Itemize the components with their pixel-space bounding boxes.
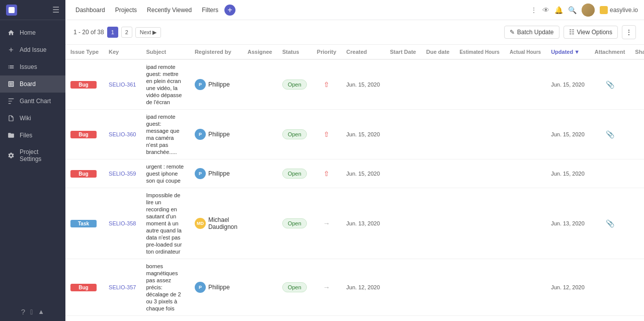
cell-updated: Jun. 15, 2020 (546, 110, 590, 159)
cell-due-date (421, 110, 454, 159)
cell-est-hours (454, 188, 504, 259)
view-options-button[interactable]: ☷ View Options (564, 26, 618, 39)
cell-type: Bug (65, 259, 104, 316)
table-row[interactable]: Bug SELIO-361 ipad remote guest: mettre … (65, 59, 644, 110)
cell-key[interactable]: SELIO-360 (104, 110, 141, 159)
cell-registered-by: P Philippe (190, 110, 243, 159)
topbar-nav-projects[interactable]: Projects (111, 5, 141, 16)
cell-type: Bug (65, 110, 104, 159)
issues-icon (7, 63, 15, 71)
batch-update-button[interactable]: ✎ Batch Update (504, 26, 559, 39)
sidebar-item-board[interactable]: Board (0, 75, 65, 93)
cell-act-hours (505, 59, 546, 110)
cell-created: Jun. 12, 2020 (341, 316, 385, 322)
sidebar-header: ☰ (0, 0, 65, 20)
sidebar-item-issues[interactable]: Issues (0, 58, 65, 75)
cell-created: Jun. 15, 2020 (341, 110, 385, 159)
apple-icon[interactable]:  (30, 308, 33, 316)
page-btn-1[interactable]: 1 (107, 27, 118, 38)
topbar-nav: Dashboard Projects Recently Viewed Filte… (71, 5, 526, 16)
android-icon[interactable]: ▲ (38, 308, 44, 315)
cell-act-hours (505, 159, 546, 188)
cell-priority: → (312, 259, 342, 316)
type-badge: Bug (70, 131, 97, 138)
cell-key[interactable]: SELIO-361 (104, 59, 141, 110)
topbar-nav-dashboard[interactable]: Dashboard (71, 5, 109, 16)
cell-attachment: 📎 (590, 110, 630, 159)
cell-created: Jun. 13, 2020 (341, 188, 385, 259)
cell-type: Bug (65, 316, 104, 322)
cell-priority: ⇧ (312, 159, 342, 188)
cell-registered-by: P Philippe (190, 316, 243, 322)
cell-shared-file (630, 316, 644, 322)
sidebar-item-add-issue[interactable]: Add Issue (0, 41, 65, 58)
cell-attachment (590, 259, 630, 316)
table-row[interactable]: Task SELIO-358 Impossible de lire un rec… (65, 188, 644, 259)
col-act-hours: Actual Hours (505, 45, 546, 59)
topbar-right: ⋮ 👁 🔔 🔍 easylive.io (530, 4, 638, 17)
col-assignee: Assignee (243, 45, 277, 59)
cell-updated: Jun. 12, 2020 (546, 259, 590, 316)
cell-registered-by: P Philippe (190, 259, 243, 316)
registered-by-avatar: P (195, 79, 206, 90)
batch-update-icon: ✎ (510, 29, 515, 36)
table-row[interactable]: Bug SELIO-356 URGENT : quand on ouvre l'… (65, 316, 644, 322)
type-badge: Bug (70, 284, 97, 291)
sidebar-toggle-icon[interactable]: ☰ (52, 5, 59, 15)
page-btn-2[interactable]: 2 (121, 27, 132, 38)
sidebar-item-project-settings[interactable]: Project Settings (0, 144, 65, 167)
cell-updated: Jun. 15, 2020 (546, 59, 590, 110)
table-row[interactable]: Bug SELIO-359 urgent : remote guest ipho… (65, 159, 644, 188)
sidebar-item-files-label: Files (20, 132, 32, 139)
cell-key[interactable]: SELIO-359 (104, 159, 141, 188)
priority-high-icon: ⇧ (324, 130, 330, 138)
brand-icon (600, 6, 608, 14)
sidebar-item-home[interactable]: Home (0, 24, 65, 41)
topbar-eye-icon[interactable]: 👁 (542, 6, 549, 14)
pagination-range: 1 - 20 of 38 (73, 29, 104, 36)
user-avatar[interactable] (582, 4, 595, 17)
cell-updated: Jun. 13, 2020 (546, 188, 590, 259)
cell-act-hours (505, 110, 546, 159)
cell-shared-file (630, 59, 644, 110)
cell-start-date (385, 59, 421, 110)
status-badge: Open (282, 169, 307, 179)
home-icon (7, 29, 15, 37)
sidebar-item-gantt[interactable]: Gantt Chart (0, 93, 65, 110)
sidebar-item-project-settings-label: Project Settings (20, 148, 58, 163)
sidebar-footer: ?  ▲ (0, 302, 65, 321)
topbar-bell-icon[interactable]: 🔔 (554, 6, 563, 14)
table-row[interactable]: Bug SELIO-357 bornes magnétiques pas ass… (65, 259, 644, 316)
topbar-nav-recently-viewed[interactable]: Recently Viewed (143, 5, 196, 16)
sidebar-item-files[interactable]: Files (0, 127, 65, 144)
sidebar-item-wiki[interactable]: Wiki (0, 110, 65, 127)
col-priority: Priority (312, 45, 342, 59)
cell-assignee (243, 159, 277, 188)
cell-assignee (243, 110, 277, 159)
more-options-button[interactable]: ⋮ (622, 25, 636, 39)
cell-key[interactable]: SELIO-358 (104, 188, 141, 259)
next-page-button[interactable]: Next ▶ (135, 27, 162, 38)
topbar-dots-icon[interactable]: ⋮ (530, 6, 537, 14)
cell-status: Open (277, 259, 312, 316)
cell-attachment (590, 316, 630, 322)
topbar-add-button[interactable]: + (224, 5, 235, 16)
topbar-nav-filters[interactable]: Filters (198, 5, 222, 16)
topbar-search-icon[interactable]: 🔍 (568, 6, 577, 14)
cell-type: Bug (65, 59, 104, 110)
cell-act-hours (505, 188, 546, 259)
table-row[interactable]: Bug SELIO-360 ipad remote guest: message… (65, 110, 644, 159)
view-options-icon: ☷ (569, 29, 575, 36)
cell-est-hours (454, 159, 504, 188)
registered-by-name: Philippe (208, 81, 230, 88)
help-icon[interactable]: ? (21, 307, 25, 316)
status-badge: Open (282, 79, 307, 90)
cell-key[interactable]: SELIO-357 (104, 259, 141, 316)
cell-status: Open (277, 188, 312, 259)
registered-by-avatar: P (195, 129, 206, 140)
col-updated: Updated▼ (546, 45, 590, 59)
cell-due-date (421, 159, 454, 188)
cell-key[interactable]: SELIO-356 (104, 316, 141, 322)
attachment-icon: 📎 (606, 81, 614, 89)
cell-start-date (385, 188, 421, 259)
